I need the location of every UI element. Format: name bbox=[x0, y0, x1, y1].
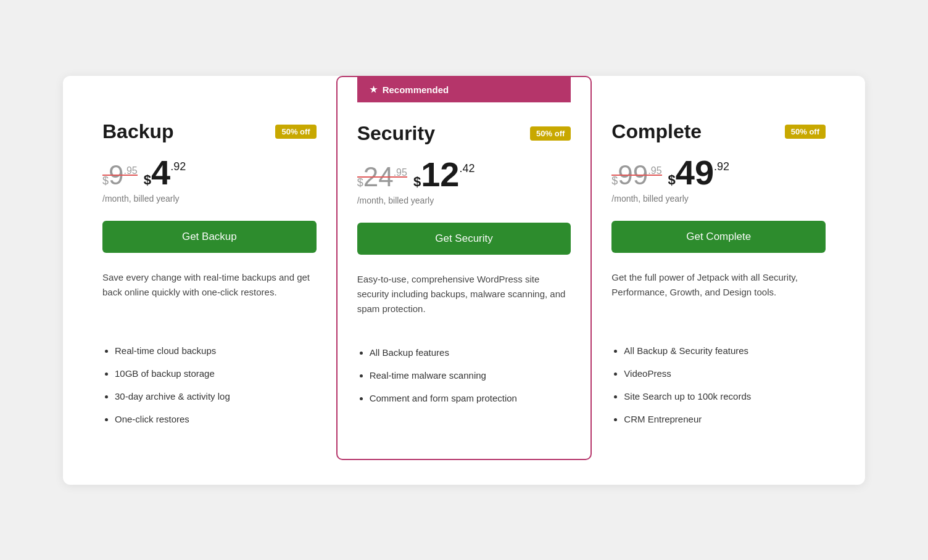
plan-name: Complete bbox=[611, 120, 702, 143]
new-amount: 12 bbox=[421, 157, 459, 192]
feature-item: One-click restores bbox=[115, 413, 317, 426]
star-icon: ★ bbox=[370, 84, 378, 94]
old-dollar: $ bbox=[357, 176, 363, 189]
discount-badge: 50% off bbox=[530, 126, 571, 141]
new-amount: 4 bbox=[151, 155, 170, 190]
plan-name: Security bbox=[357, 122, 435, 145]
old-amount: 99 bbox=[618, 162, 648, 189]
plan-description: Save every change with real-time backups… bbox=[102, 270, 317, 319]
old-amount: 24 bbox=[363, 163, 394, 191]
features-list: Real-time cloud backups10GB of backup st… bbox=[102, 344, 317, 426]
new-cents: .92 bbox=[170, 160, 186, 173]
feature-item: Site Search up to 100k records bbox=[624, 390, 826, 403]
new-dollar: $ bbox=[413, 174, 421, 190]
feature-item: All Backup & Security features bbox=[624, 344, 826, 357]
discount-badge: 50% off bbox=[275, 125, 316, 139]
feature-item: VideoPress bbox=[624, 367, 826, 380]
plan-header: Complete 50% off bbox=[611, 120, 826, 143]
features-list: All Backup featuresReal-time malware sca… bbox=[357, 346, 571, 405]
discount-badge: 50% off bbox=[785, 125, 826, 139]
old-price: $ 9 .95 bbox=[102, 162, 138, 189]
old-price: $ 99 .95 bbox=[611, 162, 661, 189]
new-amount: 49 bbox=[676, 155, 714, 190]
pricing-wrapper: Backup 50% off $ 9 .95 $ 4 .92 /month, b… bbox=[63, 76, 865, 485]
old-cents: .95 bbox=[124, 165, 138, 176]
old-price: $ 24 .95 bbox=[357, 163, 407, 191]
plan-card-complete: Complete 50% off $ 99 .95 $ 49 .92 /mont… bbox=[592, 101, 845, 460]
plan-card-security: ★ Recommended Security 50% off $ 24 .95 … bbox=[336, 76, 592, 460]
pricing-row: $ 9 .95 $ 4 .92 bbox=[102, 155, 317, 190]
old-cents: .95 bbox=[648, 165, 661, 176]
old-dollar: $ bbox=[102, 175, 109, 187]
new-price: $ 12 .42 bbox=[413, 157, 475, 192]
pricing-row: $ 24 .95 $ 12 .42 bbox=[357, 157, 571, 192]
cta-button-backup[interactable]: Get Backup bbox=[102, 221, 317, 253]
plan-header: Backup 50% off bbox=[102, 120, 317, 143]
pricing-row: $ 99 .95 $ 49 .92 bbox=[611, 155, 826, 190]
feature-item: All Backup features bbox=[370, 346, 571, 359]
plan-description: Easy-to-use, comprehensive WordPress sit… bbox=[357, 272, 571, 321]
plan-description: Get the full power of Jetpack with all S… bbox=[611, 270, 826, 319]
feature-item: Comment and form spam protection bbox=[370, 392, 571, 405]
cta-button-security[interactable]: Get Security bbox=[357, 223, 571, 255]
plan-header: Security 50% off bbox=[357, 122, 571, 145]
old-cents: .95 bbox=[394, 167, 407, 178]
cta-button-complete[interactable]: Get Complete bbox=[611, 221, 826, 253]
feature-item: Real-time malware scanning bbox=[370, 369, 571, 382]
plan-card-backup: Backup 50% off $ 9 .95 $ 4 .92 /month, b… bbox=[83, 101, 336, 460]
plan-name: Backup bbox=[102, 120, 174, 143]
feature-item: 30-day archive & activity log bbox=[115, 390, 317, 403]
old-amount: 9 bbox=[109, 162, 123, 189]
features-list: All Backup & Security featuresVideoPress… bbox=[611, 344, 826, 426]
new-price: $ 4 .92 bbox=[144, 155, 186, 190]
new-cents: .42 bbox=[459, 162, 474, 175]
new-dollar: $ bbox=[144, 172, 151, 188]
billing-text: /month, billed yearly bbox=[611, 194, 826, 204]
new-dollar: $ bbox=[668, 172, 676, 188]
feature-item: Real-time cloud backups bbox=[115, 344, 317, 357]
recommended-banner: ★ Recommended bbox=[357, 77, 571, 102]
feature-item: 10GB of backup storage bbox=[115, 367, 317, 380]
feature-item: CRM Entrepreneur bbox=[624, 413, 826, 426]
billing-text: /month, billed yearly bbox=[357, 196, 571, 205]
new-price: $ 49 .92 bbox=[668, 155, 730, 190]
recommended-label: Recommended bbox=[383, 84, 449, 95]
old-dollar: $ bbox=[611, 175, 618, 187]
billing-text: /month, billed yearly bbox=[102, 194, 317, 204]
new-cents: .92 bbox=[714, 160, 729, 173]
